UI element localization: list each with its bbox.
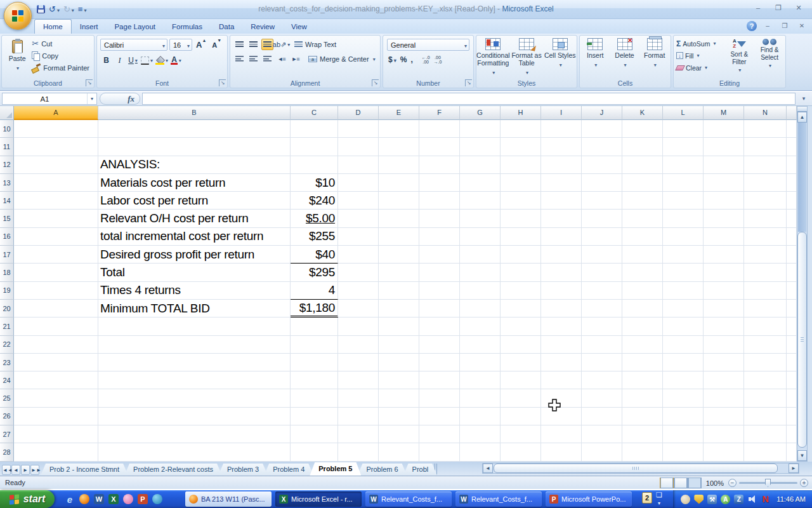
cell-C14[interactable]: $240 [291,192,338,210]
cell-C12[interactable] [291,156,338,174]
cell-I18[interactable] [541,264,582,281]
cell-M17[interactable] [704,246,744,264]
cell-L15[interactable] [663,210,704,227]
cell-F11[interactable] [419,138,460,156]
formula-input[interactable] [142,93,796,105]
row-header-14[interactable]: 14 [0,192,14,210]
z-blue-tray-icon[interactable]: Z [734,495,743,504]
normal-view-button[interactable] [660,478,674,488]
cell-K22[interactable] [622,336,663,354]
cell-L14[interactable] [663,192,704,210]
cell-D28[interactable] [338,443,379,461]
cell-G27[interactable] [460,425,501,443]
cell-F13[interactable] [419,174,460,192]
cell-E22[interactable] [379,336,419,354]
cell-E17[interactable] [379,246,419,264]
zoom-slider-track[interactable] [739,482,797,484]
cell-partial-23[interactable] [787,354,797,371]
cell-K25[interactable] [622,389,663,407]
cell-F25[interactable] [419,389,460,407]
sheet-tab-problem-4[interactable]: Problem 4 [264,464,313,476]
cell-L13[interactable] [663,174,704,192]
cell-E15[interactable] [379,210,419,227]
column-header-k[interactable]: K [622,106,663,120]
cell-F19[interactable] [419,282,460,300]
cell-D26[interactable] [338,408,379,425]
cell-J17[interactable] [582,246,622,264]
cell-M12[interactable] [704,156,744,174]
cell-M14[interactable] [704,192,744,210]
taskbar-button-relevant-costs-f[interactable]: WRelevant_Costs_f... [455,491,542,507]
cell-K15[interactable] [622,210,663,227]
cell-B21[interactable] [98,318,291,335]
cell-B27[interactable] [98,425,291,443]
cell-K16[interactable] [622,228,663,246]
name-box[interactable]: A1 ▾ [2,93,97,105]
cell-N27[interactable] [744,425,787,443]
cell-M25[interactable] [704,389,744,407]
cell-D21[interactable] [338,318,379,335]
cell-N23[interactable] [744,354,787,371]
cell-B26[interactable] [98,408,291,425]
cell-A27[interactable] [14,425,98,443]
cell-I17[interactable] [541,246,582,264]
row-header-22[interactable]: 22 [0,336,14,354]
column-header-i[interactable]: I [541,106,582,120]
cell-H10[interactable] [501,120,541,138]
sort-filter-button[interactable]: AZ Sort & Filter [724,37,754,74]
cell-L11[interactable] [663,138,704,156]
page-layout-view-button[interactable] [674,478,688,488]
cell-L26[interactable] [663,408,704,425]
cell-J14[interactable] [582,192,622,210]
cell-M10[interactable] [704,120,744,138]
cell-K19[interactable] [622,282,663,300]
row-header-21[interactable]: 21 [0,318,14,335]
column-header-j[interactable]: J [582,106,622,120]
zoom-level[interactable]: 100% [706,479,724,487]
a-green-tray-icon[interactable]: A [721,495,730,504]
cell-partial-22[interactable] [787,336,797,354]
messenger-tray-icon[interactable] [681,495,690,504]
cell-C13[interactable]: $10 [291,174,338,192]
row-header-25[interactable]: 25 [0,389,14,407]
cell-D20[interactable] [338,300,379,318]
cell-J24[interactable] [582,371,622,389]
cell-I23[interactable] [541,354,582,371]
page-break-view-button[interactable] [688,478,702,488]
cell-G21[interactable] [460,318,501,335]
cell-B16[interactable]: total incremental cost per return [98,228,291,246]
cell-M22[interactable] [704,336,744,354]
cell-L25[interactable] [663,389,704,407]
cell-F10[interactable] [419,120,460,138]
format-as-table-button[interactable]: Format as Table [510,38,544,77]
cell-A26[interactable] [14,408,98,425]
cell-B19[interactable]: Times 4 returns [98,282,291,300]
cell-F21[interactable] [419,318,460,335]
cell-L20[interactable] [663,300,704,318]
cell-J18[interactable] [582,264,622,281]
sheet-tab-problem-3[interactable]: Problem 3 [218,464,268,476]
cell-D18[interactable] [338,264,379,281]
cell-B23[interactable] [98,354,291,371]
row-header-19[interactable]: 19 [0,282,14,300]
cell-G13[interactable] [460,174,501,192]
horizontal-scroll-thumb[interactable] [494,464,778,473]
cell-I28[interactable] [541,443,582,461]
cell-I24[interactable] [541,371,582,389]
stacked-windows-icon[interactable] [655,492,665,504]
row-header-24[interactable]: 24 [0,371,14,389]
cell-I26[interactable] [541,408,582,425]
cell-partial-24[interactable] [787,371,797,389]
cell-J13[interactable] [582,174,622,192]
cell-C11[interactable] [291,138,338,156]
office-button[interactable] [4,2,32,30]
cell-A24[interactable] [14,371,98,389]
number-dialog-launcher[interactable]: ↘ [465,79,472,86]
column-header-h[interactable]: H [501,106,541,120]
cell-B25[interactable] [98,389,291,407]
cell-M11[interactable] [704,138,744,156]
cell-N24[interactable] [744,371,787,389]
cell-H25[interactable] [501,389,541,407]
cell-G15[interactable] [460,210,501,227]
column-header-n[interactable]: N [744,106,787,120]
